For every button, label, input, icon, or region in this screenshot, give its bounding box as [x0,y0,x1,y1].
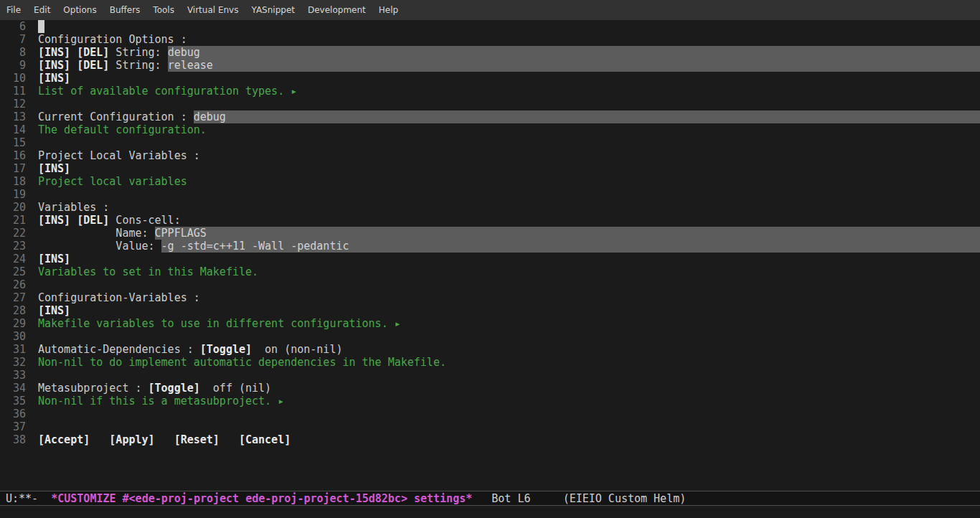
plain-text [155,433,174,446]
plain-text: Name: [38,227,155,240]
doc-text: Non-nil to do implement automatic depend… [38,356,446,369]
line-number: 15 [0,136,38,149]
editable-field[interactable]: release [168,59,980,72]
buffer-line: 21[INS] [DEL] Cons-cell: [0,214,980,227]
line-number: 14 [0,123,38,136]
buffer-line: 34Metasubproject : [Toggle] off (nil) [0,382,980,395]
ins-button[interactable]: [INS] [38,162,70,175]
plain-text: Metasubproject : [38,382,149,395]
line-number: 23 [0,240,38,253]
line-number: 22 [0,227,38,240]
del-button[interactable]: [DEL] [77,214,109,227]
menu-item-file[interactable]: File [0,0,27,20]
ins-button[interactable]: [INS] [38,59,70,72]
del-button[interactable]: [DEL] [77,59,109,72]
buffer-line: 25Variables to set in this Makefile. [0,265,980,278]
line-number: 27 [0,291,38,304]
ins-button[interactable]: [INS] [38,214,70,227]
menu-item-help[interactable]: Help [372,0,405,20]
doc-text: Project local variables [38,175,187,188]
plain-text: Automatic-Dependencies : [38,343,200,356]
visibility-arrow-icon[interactable]: ▸ [395,317,401,330]
menu-item-development[interactable]: Development [301,0,372,20]
plain-text: off (nil) [200,382,271,395]
menu-item-virtual-envs[interactable]: Virtual Envs [181,0,245,20]
menu-bar: FileEditOptionsBuffersToolsVirtual EnvsY… [0,0,980,20]
line-number: 7 [0,33,38,46]
plain-text [70,59,77,72]
accept-button[interactable]: [Accept] [38,433,90,446]
menu-item-edit[interactable]: Edit [27,0,57,20]
line-number: 13 [0,110,38,123]
line-number: 19 [0,188,38,201]
buffer-line: 27Configuration-Variables : [0,291,980,304]
buffer-line: 6 [0,20,980,33]
editable-field[interactable]: debug [194,110,980,123]
ins-button[interactable]: [INS] [38,253,70,265]
modeline-buffer-name: *CUSTOMIZE #<ede-proj-project ede-proj-p… [51,492,472,505]
buffer-line: 33 [0,369,980,382]
buffer-line: 22 Name: CPPFLAGS [0,227,980,240]
plain-text: Project Local Variables : [38,149,200,162]
editable-field[interactable]: debug [168,46,980,59]
line-number: 8 [0,46,38,59]
line-number: 32 [0,356,38,369]
line-number: 21 [0,214,38,227]
plain-text: Configuration Options : [38,33,187,46]
toggle-button[interactable]: [Toggle] [149,382,200,395]
plain-text: Current Configuration : [38,110,194,123]
echo-area [0,506,980,518]
line-number: 28 [0,304,38,317]
customize-buffer: 67Configuration Options :8[INS] [DEL] St… [0,20,980,491]
buffer-line: 14The default configuration. [0,123,980,136]
line-number: 34 [0,382,38,395]
line-number: 16 [0,149,38,162]
apply-button[interactable]: [Apply] [109,433,154,446]
buffer-line: 36 [0,408,980,420]
buffer-line: 11List of available configuration types.… [0,85,980,98]
line-number: 6 [0,20,38,33]
line-number: 17 [0,162,38,175]
editable-field[interactable]: -g -std=c++11 -Wall -pedantic [161,240,980,253]
plain-text: Value: [38,240,161,253]
buffer-line: 29Makefile variables to use in different… [0,317,980,330]
buffer-line: 7Configuration Options : [0,33,980,46]
menu-item-options[interactable]: Options [57,0,103,20]
doc-text: The default configuration. [38,123,207,136]
editable-field[interactable]: CPPFLAGS [155,227,980,240]
line-number: 18 [0,175,38,188]
buffer-line: 16Project Local Variables : [0,149,980,162]
line-number: 11 [0,85,38,98]
reset-button[interactable]: [Reset] [174,433,220,446]
modeline-text: Bot L6 (EIEIO Custom Helm) [472,492,686,505]
visibility-arrow-icon[interactable]: ▸ [291,85,297,98]
buffer-line: 13Current Configuration : debug [0,110,980,123]
ins-button[interactable]: [INS] [38,304,70,317]
ins-button[interactable]: [INS] [38,46,70,59]
menu-item-buffers[interactable]: Buffers [103,0,147,20]
plain-text [220,433,239,446]
buffer-line: 32Non-nil to do implement automatic depe… [0,356,980,369]
plain-text [70,214,77,227]
ins-button[interactable]: [INS] [38,72,70,85]
toggle-button[interactable]: [Toggle] [200,343,252,356]
visibility-arrow-icon[interactable]: ▸ [278,395,284,408]
buffer-line: 8[INS] [DEL] String: debug [0,46,980,59]
line-number: 33 [0,369,38,382]
line-number: 35 [0,395,38,408]
plain-text: String: [109,59,167,72]
menu-item-tools[interactable]: Tools [146,0,181,20]
buffer-line: 37 [0,420,980,433]
plain-text: String: [109,46,167,59]
doc-text: List of available configuration types. [38,85,291,98]
plain-text: Cons-cell: [109,214,180,227]
buffer-line: 12 [0,98,980,110]
plain-text: on (non-nil) [252,343,342,356]
doc-text: Variables to set in this Makefile. [38,265,258,278]
buffer-line: 30 [0,330,980,343]
modeline-text: U:**- [6,492,51,505]
del-button[interactable]: [DEL] [77,46,109,59]
cancel-button[interactable]: [Cancel] [239,433,291,446]
menu-item-yasnippet[interactable]: YASnippet [245,0,301,20]
buffer-line: 10[INS] [0,72,980,85]
